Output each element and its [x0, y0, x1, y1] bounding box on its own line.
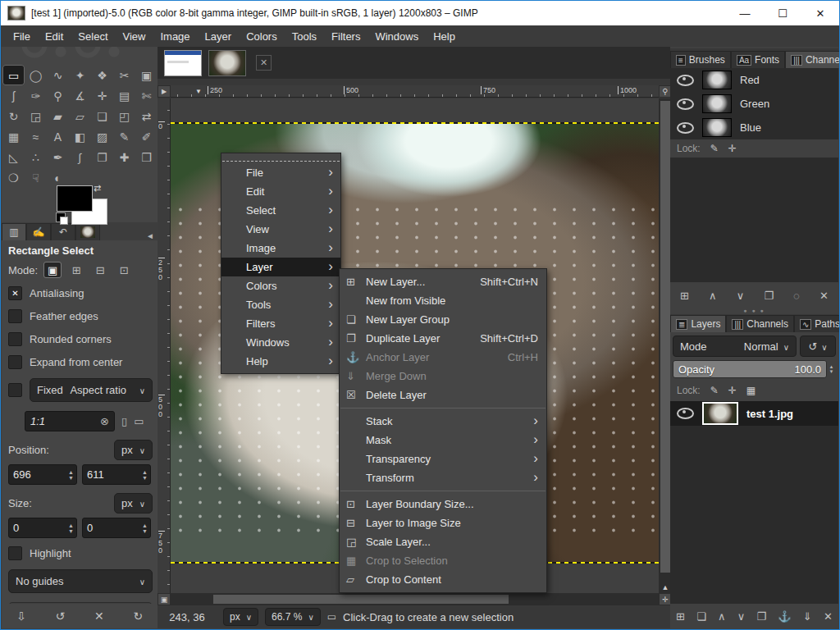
size-width-input[interactable] — [9, 518, 65, 537]
visibility-eye-icon[interactable] — [677, 122, 694, 134]
layer-row-test1[interactable]: test 1.jpg — [670, 401, 838, 426]
submenu-layer-boundary-size[interactable]: ⊡Layer Boundary Size... — [340, 495, 546, 514]
cage-transform-tool-icon[interactable]: ▦ — [2, 126, 25, 147]
clear-icon[interactable]: ⊗ — [100, 415, 109, 427]
unified-transform-tool-icon[interactable]: ◰ — [113, 106, 135, 126]
mode-add-button[interactable]: ⊞ — [67, 262, 85, 278]
rotate-tool-icon[interactable]: ↻ — [2, 106, 25, 126]
heal-tool-icon[interactable]: ✚ — [113, 147, 135, 167]
image-tab-screenshot[interactable] — [164, 50, 202, 76]
menu-help[interactable]: Help — [426, 27, 463, 46]
channel-row-red[interactable]: Red — [670, 68, 838, 92]
context-menu-file[interactable]: File — [221, 163, 340, 182]
portrait-icon[interactable]: ▯ — [121, 415, 127, 427]
ellipse-select-tool-icon[interactable]: ◯ — [25, 65, 47, 85]
select-by-color-tool-icon[interactable]: ❖ — [91, 65, 113, 85]
warp-transform-tool-icon[interactable]: ≈ — [25, 126, 47, 147]
opacity-spinner-icon[interactable]: ▲▼ — [827, 360, 836, 378]
vertical-ruler[interactable]: 0 250 500 750 — [158, 98, 171, 593]
spinner-arrows-icon[interactable]: ▲▼ — [142, 469, 150, 481]
expand-from-center-checkbox[interactable] — [8, 355, 22, 369]
menu-tools[interactable]: Tools — [285, 27, 324, 46]
gradient-tool-icon[interactable]: ▨ — [91, 126, 113, 147]
tab-brushes[interactable]: ≡ Brushes — [670, 51, 731, 68]
mode-replace-button[interactable]: ▣ — [43, 262, 62, 278]
foreground-color-swatch[interactable] — [57, 185, 93, 212]
minimize-button[interactable]: — — [726, 1, 764, 25]
antialiasing-checkbox[interactable]: ✕ — [8, 286, 22, 300]
vertical-scrollbar-thumb[interactable] — [660, 101, 670, 573]
perspective-clone-tool-icon[interactable]: ❒ — [135, 147, 158, 167]
aspect-ratio-entry[interactable]: 1:1 ⊗ — [25, 411, 115, 431]
spinner-arrows-icon[interactable]: ▲▼ — [68, 469, 76, 481]
position-unit-dropdown[interactable]: px — [114, 440, 153, 460]
submenu-mask[interactable]: Mask — [340, 431, 546, 450]
position-x-input[interactable] — [9, 465, 65, 484]
rectangle-select-tool-icon[interactable]: ▭ — [2, 65, 25, 85]
tab-layers[interactable]: ≣ Layers — [670, 315, 726, 332]
delete-channel-button[interactable]: ✕ — [819, 290, 829, 302]
foreground-select-tool-icon[interactable]: ▣ — [135, 65, 158, 85]
size-height-input[interactable] — [83, 518, 139, 537]
context-menu-image[interactable]: Image — [221, 239, 340, 258]
rounded-corners-checkbox[interactable] — [8, 332, 22, 346]
submenu-new-from-visible[interactable]: New from Visible — [340, 291, 546, 310]
menu-colors[interactable]: Colors — [239, 27, 285, 46]
reset-icon[interactable]: ↻ — [133, 609, 143, 623]
tab-paths[interactable]: ∿ Paths — [794, 315, 840, 332]
delete-layer-button[interactable]: ✕ — [824, 610, 833, 623]
lock-alpha-icon[interactable]: ▦ — [746, 385, 756, 396]
menu-select[interactable]: Select — [71, 27, 115, 46]
tab-channels[interactable]: ||| Channels — [785, 51, 840, 68]
paths-tool-icon[interactable]: ʃ — [2, 85, 25, 106]
feather-edges-checkbox[interactable] — [8, 309, 22, 323]
mode-subtract-button[interactable]: ⊟ — [91, 262, 109, 278]
raise-layer-button[interactable]: ∧ — [718, 610, 726, 623]
duplicate-channel-button[interactable]: ❐ — [764, 290, 774, 302]
maximize-button[interactable]: ☐ — [764, 1, 801, 25]
submenu-transparency[interactable]: Transparency — [340, 450, 546, 468]
visibility-eye-icon[interactable] — [677, 98, 694, 110]
channel-row-green[interactable]: Green — [670, 92, 838, 116]
submenu-new-layer-group[interactable]: ❏New Layer Group — [340, 310, 546, 329]
mypaint-brush-tool-icon[interactable]: ∫ — [69, 147, 91, 167]
tab-tool-options[interactable]: ▥ — [2, 223, 26, 240]
ruler-origin-button[interactable]: ▶ — [158, 85, 171, 98]
horizontal-scrollbar-thumb[interactable] — [213, 595, 509, 604]
spinner-arrows-icon[interactable]: ▲▼ — [142, 523, 150, 534]
close-button[interactable]: ✕ — [801, 1, 839, 25]
lock-pixels-icon[interactable]: ✎ — [710, 143, 719, 154]
menu-view[interactable]: View — [116, 27, 153, 46]
scale-tool-icon[interactable]: ◲ — [25, 106, 47, 126]
raise-channel-button[interactable]: ∧ — [709, 290, 717, 302]
reset-colors-icon[interactable] — [56, 212, 66, 222]
lower-channel-button[interactable]: ∨ — [737, 290, 745, 302]
merge-layer-button[interactable]: ⇓ — [803, 610, 812, 623]
horizontal-scrollbar[interactable] — [171, 593, 659, 605]
mode-group-switch[interactable]: ↺ — [800, 336, 836, 357]
free-select-tool-icon[interactable]: ∿ — [47, 65, 69, 85]
fixed-dropdown[interactable]: Fixed Aspect ratio — [30, 378, 153, 402]
menu-layer[interactable]: Layer — [198, 27, 240, 46]
unit-dropdown[interactable]: px — [223, 608, 258, 626]
ink-tool-icon[interactable]: ✒ — [47, 147, 69, 167]
submenu-new-layer[interactable]: ⊞New Layer...Shift+Ctrl+N — [340, 272, 546, 291]
submenu-layer-to-image-size[interactable]: ⊟Layer to Image Size — [340, 514, 546, 532]
flip-tool-icon[interactable]: ⇄ — [135, 106, 158, 126]
dock-resize-handle[interactable]: ● ● ● — [670, 308, 838, 314]
submenu-scale-layer[interactable]: ◲Scale Layer... — [340, 532, 546, 551]
visibility-eye-icon[interactable] — [677, 408, 694, 419]
save-preset-icon[interactable]: ⇩ — [16, 609, 26, 623]
visibility-eye-icon[interactable] — [677, 75, 694, 86]
tab-undo-history[interactable]: ↶ — [51, 223, 75, 240]
submenu-stack[interactable]: Stack — [340, 412, 546, 431]
context-menu-edit[interactable]: Edit — [221, 182, 340, 201]
submenu-crop-to-content[interactable]: ▱Crop to Content — [340, 570, 546, 589]
fixed-checkbox[interactable] — [8, 383, 22, 397]
context-menu-filters[interactable]: Filters — [221, 314, 340, 333]
new-layer-button[interactable]: ⊞ — [676, 610, 685, 623]
delete-preset-icon[interactable]: ✕ — [94, 609, 104, 623]
clone-tool-icon[interactable]: ❐ — [91, 147, 113, 167]
crop-tool-icon[interactable]: ✄ — [135, 85, 158, 106]
landscape-icon[interactable]: ▭ — [134, 415, 144, 427]
